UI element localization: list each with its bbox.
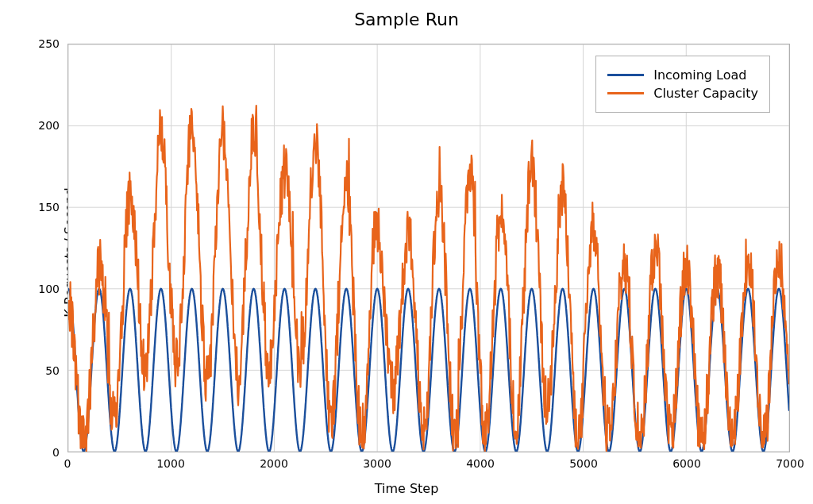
x-tick-label: 5000 [569,457,598,470]
y-tick-label: 150 [38,201,60,214]
x-tick-label: 4000 [466,457,495,470]
y-tick-label: 0 [52,446,60,459]
x-tick-label: 7000 [776,457,804,470]
chart-title: Sample Run [0,10,813,29]
plot-area: Incoming Load Cluster Capacity [67,44,790,452]
legend: Incoming Load Cluster Capacity [595,56,770,113]
legend-swatch-incoming-load [607,74,644,76]
x-tick-label: 6000 [672,457,701,470]
y-tick-label: 200 [38,119,60,132]
y-tick-label: 50 [45,364,60,377]
chart-container: Sample Run K Requests / Second Incoming … [0,0,813,504]
legend-entry-cluster-capacity: Cluster Capacity [607,86,758,101]
x-tick-label: 3000 [363,457,391,470]
series-cluster-capacity [68,106,789,451]
legend-label-cluster-capacity: Cluster Capacity [653,86,758,101]
legend-entry-incoming-load: Incoming Load [607,67,758,83]
x-tick-label: 0 [64,457,71,470]
x-axis-label: Time Step [0,481,813,496]
x-tick-label: 1000 [156,457,185,470]
y-tick-label: 100 [38,283,60,295]
legend-swatch-cluster-capacity [607,92,644,94]
x-tick-label: 2000 [260,457,288,470]
y-tick-label: 250 [38,37,60,50]
legend-label-incoming-load: Incoming Load [653,67,746,83]
